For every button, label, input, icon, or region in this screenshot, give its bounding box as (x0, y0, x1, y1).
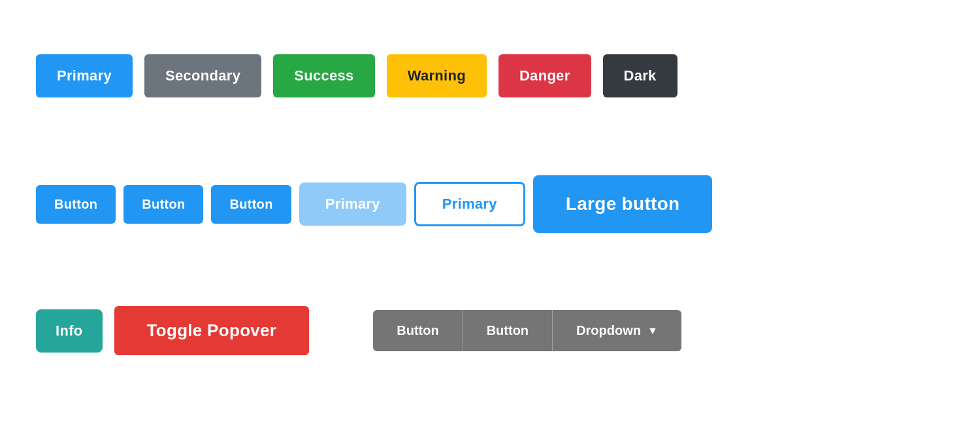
button-2[interactable]: Button (123, 185, 203, 224)
variant-buttons-row: Primary Secondary Success Warning Danger… (0, 54, 713, 97)
large-button[interactable]: Large button (533, 175, 713, 233)
group-button-2[interactable]: Button (463, 310, 553, 351)
group-dropdown-label: Dropdown (576, 323, 641, 338)
group-button-1[interactable]: Button (373, 310, 463, 351)
button-3[interactable]: Button (211, 185, 291, 224)
group-dropdown-button[interactable]: Dropdown ▼ (553, 310, 681, 351)
light-primary-button[interactable]: Primary (299, 182, 406, 226)
button-group: Button Button Dropdown ▼ (373, 310, 681, 351)
dropdown-arrow-icon: ▼ (647, 325, 658, 337)
blue-buttons-row: Button Button Button Primary Primary Lar… (0, 175, 748, 233)
dark-button[interactable]: Dark (603, 54, 678, 97)
info-button[interactable]: Info (36, 309, 103, 353)
button-1[interactable]: Button (36, 185, 116, 224)
warning-button[interactable]: Warning (387, 54, 487, 97)
toggle-popover-button[interactable]: Toggle Popover (114, 306, 310, 355)
primary-button[interactable]: Primary (36, 54, 133, 97)
outline-primary-button[interactable]: Primary (414, 182, 525, 226)
misc-buttons-row: Info Toggle Popover Button Button Dropdo… (0, 306, 717, 355)
secondary-button[interactable]: Secondary (144, 54, 261, 97)
success-button[interactable]: Success (273, 54, 374, 97)
danger-button[interactable]: Danger (498, 54, 591, 97)
